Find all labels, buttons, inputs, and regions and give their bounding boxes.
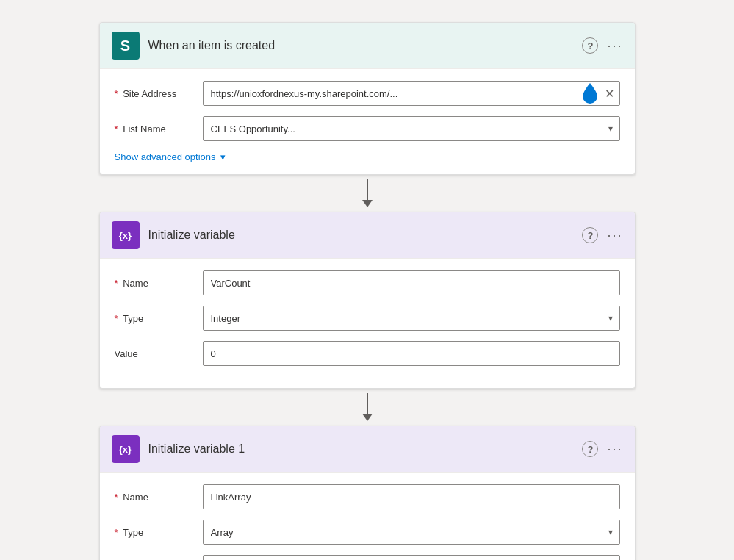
var2-name-input[interactable] bbox=[203, 484, 620, 509]
list-name-label: * List Name bbox=[115, 123, 203, 134]
trigger-more-icon[interactable]: ··· bbox=[607, 38, 622, 54]
list-name-select-wrap: CEFS Opportunity... ▾ bbox=[203, 116, 620, 141]
arrow-head-2 bbox=[362, 414, 373, 421]
show-advanced-link[interactable]: Show advanced options ▾ bbox=[115, 151, 620, 162]
arrow-connector-1 bbox=[362, 175, 373, 212]
trigger-help-icon[interactable]: ? bbox=[582, 37, 598, 54]
variable-icon-1: {x} bbox=[112, 221, 140, 249]
help-icon-label: ? bbox=[588, 230, 594, 241]
trigger-card-body: * Site Address ✕ bbox=[100, 69, 635, 174]
var1-type-select[interactable]: Integer String Array Boolean Float Objec… bbox=[203, 306, 620, 331]
init-var-1-more-icon[interactable]: ··· bbox=[607, 228, 622, 243]
trigger-actions: ? ··· bbox=[582, 37, 622, 54]
init-var-2-body: * Name * Type Integer String Array Boole… bbox=[100, 473, 635, 560]
var2-value-row: Value bbox=[115, 555, 620, 560]
var1-type-label: * Type bbox=[115, 313, 203, 324]
flow-canvas: S When an item is created ? ··· * Site A… bbox=[15, 15, 719, 560]
site-address-required: * bbox=[115, 88, 118, 99]
init-var-1-card: {x} Initialize variable ? ··· * Name bbox=[99, 212, 636, 389]
list-name-required: * bbox=[115, 123, 118, 134]
init-var-2-help-icon[interactable]: ? bbox=[582, 441, 598, 457]
arrow-line-1 bbox=[367, 179, 368, 200]
var2-name-label: * Name bbox=[115, 492, 203, 503]
help-icon-label: ? bbox=[588, 444, 594, 455]
var2-type-label: * Type bbox=[115, 527, 203, 538]
site-address-right-icons: ✕ bbox=[580, 81, 620, 106]
init-var-2-card: {x} Initialize variable 1 ? ··· * Name bbox=[99, 426, 636, 560]
show-advanced-wrap: Show advanced options ▾ bbox=[115, 151, 620, 162]
init-var-2-more-icon[interactable]: ··· bbox=[607, 442, 622, 457]
init-var-2-actions: ? ··· bbox=[582, 441, 622, 457]
list-name-row: * List Name CEFS Opportunity... ▾ bbox=[115, 116, 620, 141]
site-address-input[interactable] bbox=[203, 81, 620, 106]
arrow-line-2 bbox=[367, 393, 368, 414]
var1-name-row: * Name bbox=[115, 270, 620, 295]
list-name-select[interactable]: CEFS Opportunity... bbox=[203, 116, 620, 141]
init-var-2-header: {x} Initialize variable 1 ? ··· bbox=[100, 426, 635, 473]
var2-type-select-wrap: Integer String Array Boolean Float Objec… bbox=[203, 520, 620, 545]
show-advanced-chevron-icon: ▾ bbox=[220, 151, 226, 162]
var1-name-input[interactable] bbox=[203, 270, 620, 295]
site-address-label: * Site Address bbox=[115, 88, 203, 99]
site-address-input-wrap: ✕ bbox=[203, 81, 620, 106]
init-var-1-header: {x} Initialize variable ? ··· bbox=[100, 212, 635, 259]
var1-name-label: * Name bbox=[115, 278, 203, 289]
init-var-1-title: Initialize variable bbox=[148, 229, 583, 242]
trigger-card: S When an item is created ? ··· * Site A… bbox=[99, 22, 636, 175]
variable-icon-2: {x} bbox=[112, 435, 140, 463]
init-var-1-actions: ? ··· bbox=[582, 227, 622, 243]
init-var-1-help-icon[interactable]: ? bbox=[582, 227, 598, 243]
arrow-head-1 bbox=[362, 200, 373, 207]
var1-value-row: Value bbox=[115, 341, 620, 366]
var1-value-input[interactable] bbox=[203, 341, 620, 366]
trigger-card-header: S When an item is created ? ··· bbox=[100, 23, 635, 69]
water-drop-icon bbox=[580, 82, 600, 105]
help-icon-label: ? bbox=[588, 40, 594, 51]
trigger-title: When an item is created bbox=[148, 39, 583, 52]
var2-name-row: * Name bbox=[115, 484, 620, 509]
clear-site-address-icon[interactable]: ✕ bbox=[605, 87, 614, 101]
arrow-connector-2 bbox=[362, 389, 373, 426]
var2-type-row: * Type Integer String Array Boolean Floa… bbox=[115, 520, 620, 545]
var1-value-label: Value bbox=[115, 348, 203, 359]
sharepoint-icon: S bbox=[112, 32, 140, 60]
site-address-row: * Site Address ✕ bbox=[115, 81, 620, 106]
init-var-2-title: Initialize variable 1 bbox=[148, 442, 583, 456]
var2-value-input[interactable] bbox=[203, 555, 620, 560]
var1-type-row: * Type Integer String Array Boolean Floa… bbox=[115, 306, 620, 331]
var1-type-select-wrap: Integer String Array Boolean Float Objec… bbox=[203, 306, 620, 331]
var2-type-select[interactable]: Integer String Array Boolean Float Objec… bbox=[203, 520, 620, 545]
init-var-1-body: * Name * Type Integer String Array Boole… bbox=[100, 259, 635, 388]
